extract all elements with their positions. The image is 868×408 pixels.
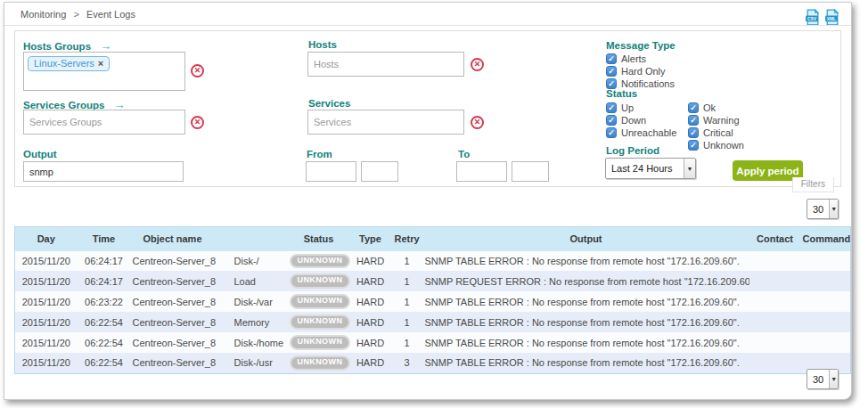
- cell-status: UNKNOWN: [288, 271, 350, 291]
- checkbox-icon[interactable]: ✓: [688, 140, 699, 151]
- header-command: Command: [801, 227, 851, 251]
- cell-service: Disk-/var: [233, 291, 288, 312]
- checkbox-icon[interactable]: ✓: [606, 115, 617, 126]
- services-label: Services: [308, 98, 350, 109]
- breadcrumb-event-logs[interactable]: Event Logs: [86, 9, 135, 20]
- checkbox-critical[interactable]: ✓Critical: [688, 127, 744, 138]
- checkbox-icon[interactable]: ✓: [606, 102, 617, 113]
- checkbox-unknown[interactable]: ✓Unknown: [688, 140, 744, 151]
- cell-type: HARD: [350, 291, 391, 312]
- hosts-groups-tagbox[interactable]: Linux-Servers×: [23, 52, 185, 91]
- cell-retry: 3: [391, 353, 423, 373]
- page-size-select-bottom[interactable]: 30 ▼: [807, 369, 839, 389]
- checkbox-label: Hard Only: [621, 66, 666, 77]
- to-date-input[interactable]: [456, 161, 507, 182]
- status-badge: UNKNOWN: [290, 335, 350, 350]
- message-type-checkboxes: ✓Alerts✓Hard Only✓Notifications: [606, 53, 675, 91]
- cell-service: Memory: [233, 312, 288, 332]
- cell-output: SNMP TABLE ERROR : No response from remo…: [423, 332, 749, 353]
- svg-text:XML: XML: [827, 17, 836, 21]
- cell-command: [801, 291, 851, 312]
- cell-type: HARD: [350, 271, 391, 291]
- services-groups-input[interactable]: [23, 110, 185, 135]
- checkbox-icon[interactable]: ✓: [606, 66, 617, 77]
- checkbox-icon[interactable]: ✓: [606, 127, 617, 138]
- clear-services-groups-icon[interactable]: ✕: [191, 116, 204, 129]
- cell-output: SNMP TABLE ERROR : No response from remo…: [423, 312, 749, 332]
- event-row: 2015/11/20 06:22:54 Centreon-Server_8 Di…: [15, 353, 851, 373]
- event-row: 2015/11/20 06:23:22 Centreon-Server_8 Di…: [15, 291, 851, 312]
- cell-object-name: Centreon-Server_8: [131, 271, 233, 291]
- export-icons: CSV XML: [805, 9, 839, 26]
- output-input[interactable]: [23, 161, 184, 182]
- cell-status: UNKNOWN: [288, 251, 350, 272]
- checkbox-icon[interactable]: ✓: [688, 102, 699, 113]
- cell-day: 2015/11/20: [15, 353, 78, 373]
- checkbox-label: Unknown: [703, 140, 744, 151]
- from-label: From: [307, 149, 332, 159]
- cell-object-name: Centreon-Server_8: [131, 353, 233, 373]
- filters-tab[interactable]: Filters: [792, 177, 834, 192]
- checkbox-icon[interactable]: ✓: [688, 127, 699, 138]
- cell-contact: [749, 291, 801, 312]
- select-arrow-icon: ▼: [684, 159, 695, 178]
- hosts-groups-arrow-icon[interactable]: →: [100, 39, 111, 53]
- cell-type: HARD: [350, 312, 391, 332]
- checkbox-icon[interactable]: ✓: [606, 53, 617, 64]
- clear-hosts-icon[interactable]: ✕: [471, 58, 484, 71]
- status-badge: UNKNOWN: [290, 294, 350, 309]
- cell-output: SNMP TABLE ERROR : No response from remo…: [423, 353, 749, 373]
- window: Monitoring > Event Logs CSV XML Hosts Gr…: [4, 2, 852, 400]
- from-time-input[interactable]: [361, 161, 398, 182]
- header-service: [233, 227, 288, 251]
- status-badge: UNKNOWN: [290, 273, 350, 289]
- checkbox-down[interactable]: ✓Down: [606, 115, 676, 126]
- cell-status: UNKNOWN: [288, 353, 350, 373]
- hosts-input[interactable]: [307, 52, 464, 77]
- cell-retry: 1: [391, 312, 423, 332]
- status-badge: UNKNOWN: [290, 314, 350, 330]
- page-size-select-top[interactable]: 30 ▼: [807, 199, 839, 219]
- cell-contact: [749, 332, 801, 353]
- cell-type: HARD: [350, 251, 391, 272]
- chip-remove-icon[interactable]: ×: [98, 58, 103, 69]
- log-period-select[interactable]: Last 24 Hours ▼: [605, 158, 696, 179]
- cell-day: 2015/11/20: [15, 271, 78, 291]
- checkbox-warning[interactable]: ✓Warning: [688, 115, 744, 126]
- cell-command: [801, 312, 851, 332]
- services-input[interactable]: [307, 110, 464, 135]
- checkbox-alerts[interactable]: ✓Alerts: [606, 53, 675, 64]
- clear-services-icon[interactable]: ✕: [471, 116, 484, 129]
- cell-time: 06:23:22: [78, 291, 131, 312]
- cell-object-name: Centreon-Server_8: [131, 251, 233, 272]
- cell-time: 06:24:17: [78, 251, 131, 272]
- cell-day: 2015/11/20: [15, 312, 78, 332]
- cell-contact: [749, 251, 801, 272]
- checkbox-unreachable[interactable]: ✓Unreachable: [606, 127, 676, 138]
- cell-command: [801, 251, 851, 272]
- header-retry: Retry: [391, 227, 423, 251]
- select-arrow-icon: ▼: [829, 370, 838, 388]
- status-checkboxes-col2: ✓Ok✓Warning✓Critical✓Unknown: [688, 102, 744, 152]
- to-time-input[interactable]: [512, 161, 549, 182]
- status-label: Status: [606, 88, 637, 99]
- checkbox-up[interactable]: ✓Up: [606, 102, 676, 113]
- export-csv-icon[interactable]: CSV: [805, 9, 820, 26]
- from-date-input[interactable]: [306, 161, 356, 182]
- header-type: Type: [350, 227, 391, 251]
- to-label: To: [458, 149, 470, 159]
- cell-status: UNKNOWN: [288, 332, 350, 353]
- checkbox-label: Alerts: [621, 53, 646, 64]
- cell-day: 2015/11/20: [15, 332, 78, 353]
- checkbox-icon[interactable]: ✓: [688, 115, 699, 126]
- clear-hosts-groups-icon[interactable]: ✕: [191, 64, 204, 78]
- event-row: 2015/11/20 06:22:54 Centreon-Server_8 Me…: [15, 312, 851, 332]
- log-period-label: Log Period: [606, 145, 659, 156]
- checkbox-ok[interactable]: ✓Ok: [688, 102, 744, 113]
- checkbox-hard-only[interactable]: ✓Hard Only: [606, 66, 675, 77]
- header-divider: [4, 25, 851, 26]
- export-xml-icon[interactable]: XML: [824, 9, 839, 26]
- header-object-name: Object name: [131, 227, 233, 251]
- hosts-groups-chip[interactable]: Linux-Servers×: [28, 56, 110, 71]
- breadcrumb-monitoring[interactable]: Monitoring: [20, 9, 66, 20]
